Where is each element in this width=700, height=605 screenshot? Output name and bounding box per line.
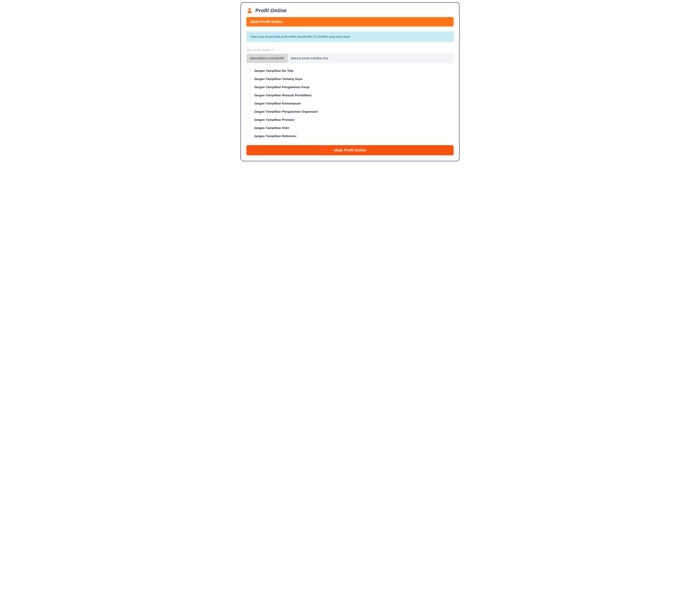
checkbox-pengalaman-kerja[interactable] (246, 85, 251, 89)
checkbox-label: Jangan Tampilkan Prestasi (254, 118, 294, 122)
visibility-options-list: Jangan Tampilkan No Telp Jangan Tampilka… (246, 69, 454, 138)
checkbox-label: Jangan Tampilkan Pengalaman Kerja (254, 85, 309, 89)
submit-button[interactable]: Ubah Profil Online (246, 145, 454, 155)
url-input-group: www.bikincv.com/profil/ (246, 54, 454, 63)
user-icon (246, 7, 253, 14)
url-slug-input[interactable] (288, 54, 453, 63)
page-title: Profil Online (255, 8, 287, 14)
checkbox-riwayat-pendidikan[interactable] (246, 93, 251, 98)
checkbox-pengalaman-organisasi[interactable] (246, 109, 251, 114)
option-tentang-saya: Jangan Tampilkan Tentang Saya (246, 77, 454, 81)
option-no-telp: Jangan Tampilkan No Telp (246, 69, 454, 73)
option-prestasi: Jangan Tampilkan Prestasi (246, 118, 454, 122)
checkbox-kemampuan[interactable] (246, 101, 251, 106)
checkbox-no-telp[interactable] (246, 69, 251, 73)
checkbox-label: Jangan Tampilkan Referensi (254, 134, 296, 138)
checkbox-label: Jangan Tampilkan Pengalaman Organisasi (254, 110, 318, 113)
checkbox-label: Jangan Tampilkan Tentang Saya (254, 77, 302, 81)
checkbox-tentang-saya[interactable] (246, 77, 251, 81)
checkbox-label: Jangan Tampilkan No Telp (254, 69, 293, 73)
checkbox-label: Jangan Tampilkan Kemampuan (254, 102, 301, 105)
svg-point-0 (248, 8, 251, 10)
checkbox-referensi[interactable] (246, 134, 251, 138)
profil-online-panel: Profil Online Ubah Profil Online Data ya… (241, 2, 459, 161)
panel-title-row: Profil Online (246, 7, 454, 14)
option-kemampuan: Jangan Tampilkan Kemampuan (246, 101, 454, 106)
checkbox-label: Jangan Tampilkan Riwayat Pendidikan (254, 94, 311, 97)
option-hobi: Jangan Tampilkan Hobi (246, 126, 454, 130)
url-label-text: URL Profil Online (246, 48, 271, 52)
info-message: Data yang tampil pada profil online diam… (246, 31, 454, 42)
section-header-bar: Ubah Profil Online (246, 17, 454, 27)
url-field-label: URL Profil Online * (246, 48, 454, 52)
option-riwayat-pendidikan: Jangan Tampilkan Riwayat Pendidikan (246, 93, 454, 98)
url-prefix: www.bikincv.com/profil/ (247, 54, 288, 63)
option-referensi: Jangan Tampilkan Referensi (246, 134, 454, 138)
checkbox-label: Jangan Tampilkan Hobi (254, 126, 289, 130)
required-mark: * (272, 48, 274, 52)
checkbox-prestasi[interactable] (246, 118, 251, 122)
option-pengalaman-kerja: Jangan Tampilkan Pengalaman Kerja (246, 85, 454, 89)
checkbox-hobi[interactable] (246, 126, 251, 130)
option-pengalaman-organisasi: Jangan Tampilkan Pengalaman Organisasi (246, 109, 454, 114)
